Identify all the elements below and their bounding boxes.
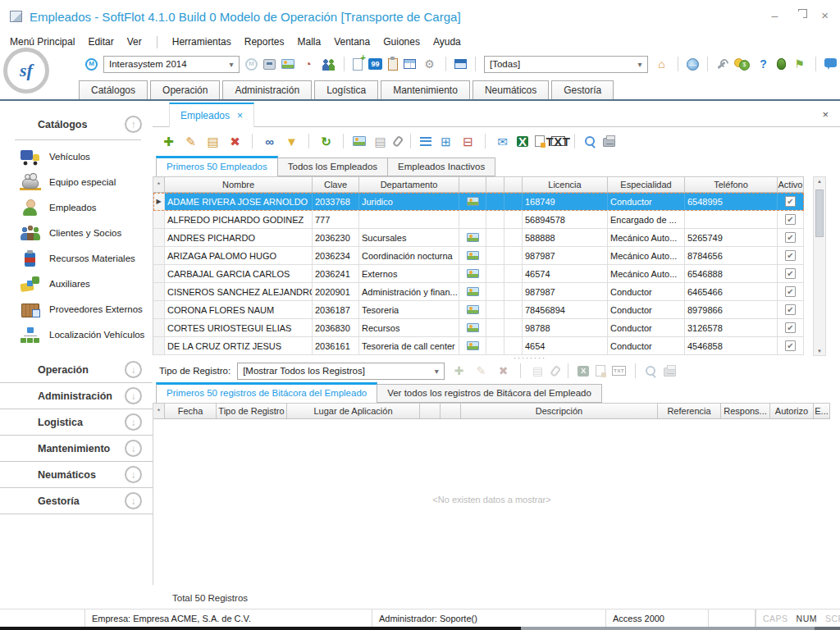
paste-icon[interactable]: ▤ <box>530 363 546 378</box>
print-icon[interactable] <box>664 368 676 377</box>
menu-ventana[interactable]: Ventana <box>334 36 370 48</box>
column-header[interactable] <box>459 177 486 192</box>
binoculars-search-icon[interactable]: ∞ <box>262 134 277 148</box>
column-header[interactable] <box>504 177 523 192</box>
column-header-clave[interactable]: Clave <box>313 177 359 192</box>
print-icon[interactable] <box>603 138 615 147</box>
clipboard-icon[interactable] <box>388 58 398 71</box>
column-header-licencia[interactable]: Licencia <box>523 177 608 192</box>
tab-empleados-inactivos[interactable]: Empleados Inactivos <box>388 158 495 176</box>
panel-close-icon[interactable]: × <box>822 108 829 121</box>
table-row[interactable]: CISNEROS SANCHEZ ALEJANDRO2020901Adminis… <box>153 283 804 301</box>
column-header-fecha[interactable]: Fecha <box>165 404 217 418</box>
sidebar-item-empleados[interactable]: Empleados <box>0 194 153 220</box>
table-row[interactable]: ALFREDO PICHARDO GODINEZ77756894578Encar… <box>153 211 804 229</box>
print-preview-icon[interactable] <box>645 365 657 377</box>
column-header-e[interactable]: E... <box>814 404 830 418</box>
mail-icon[interactable]: ✉ <box>495 134 510 148</box>
sidebar-item-veh-culos[interactable]: Vehículos <box>0 144 153 169</box>
chevron-down-icon[interactable]: ▾ <box>431 367 442 376</box>
scrollbar-thumb[interactable] <box>815 189 824 237</box>
column-header-activo[interactable]: Activo <box>778 177 804 192</box>
column-header[interactable] <box>420 404 441 418</box>
menu-editar[interactable]: Editar <box>88 36 113 48</box>
users-icon[interactable] <box>322 58 336 71</box>
sidebar-section-gestor-a[interactable]: Gestoría <box>0 488 153 514</box>
active-checkbox[interactable]: ✔ <box>785 232 796 243</box>
menu-herramientas[interactable]: Herramientas <box>172 36 231 48</box>
sidebar-item-equipo-especial[interactable]: Equipo especial <box>0 169 153 194</box>
gear-icon[interactable]: ⚙ <box>422 57 437 71</box>
excel-export-icon[interactable]: X <box>517 136 528 147</box>
restore-icon[interactable] <box>796 11 803 19</box>
home-icon[interactable]: ⌂ <box>654 57 669 71</box>
sidebar-item-auxiliares[interactable]: Auxiliares <box>0 271 153 296</box>
menu-reportes[interactable]: Reportes <box>244 36 285 48</box>
tree-list-icon[interactable] <box>420 137 431 146</box>
txt-export-icon[interactable]: TXT <box>551 136 565 146</box>
menu-ver[interactable]: Ver <box>127 36 142 48</box>
tree-expand-icon[interactable]: ⊞ <box>438 134 454 148</box>
tab-primeros-50-registros-de-bit-cora-del-empleado[interactable]: Primeros 50 registros de Bitácora del Em… <box>156 382 377 403</box>
table-row[interactable]: ANDRES PICHARDO2036230Sucursales588888Me… <box>153 229 804 247</box>
active-checkbox[interactable]: ✔ <box>785 250 796 261</box>
tab-todos-los-empleados[interactable]: Todos los Empleados <box>278 158 388 176</box>
help-icon[interactable]: ? <box>756 57 771 71</box>
ribbon-tab-cat-logos[interactable]: Catálogos <box>79 80 148 99</box>
active-checkbox[interactable]: ✔ <box>785 268 796 279</box>
active-checkbox[interactable]: ✔ <box>785 340 796 351</box>
expand-down-icon[interactable] <box>125 466 142 483</box>
attachment-icon[interactable] <box>550 364 561 377</box>
company-combobox[interactable]: Interasystem 2014▾ <box>103 56 240 73</box>
chevron-down-icon[interactable]: ▾ <box>226 60 237 69</box>
sidebar-item-clientes-y-socios[interactable]: Clientes y Socios <box>0 220 153 245</box>
active-checkbox[interactable]: ✔ <box>785 304 796 315</box>
ribbon-tab-neum-ticos[interactable]: Neumáticos <box>472 80 549 99</box>
paste-icon[interactable]: ▤ <box>372 134 388 148</box>
ribbon-tab-log-stica[interactable]: Logística <box>314 80 378 99</box>
ribbon-tab-mantenimiento[interactable]: Mantenimiento <box>381 80 470 99</box>
column-header-tel-fono[interactable]: Teléfono <box>685 177 778 192</box>
attachment-icon[interactable] <box>392 135 404 147</box>
note-export-icon[interactable] <box>535 135 545 147</box>
column-header-departamento[interactable]: Departamento <box>359 177 459 192</box>
badge-99-icon[interactable]: 99 <box>368 58 382 70</box>
column-header[interactable]: * <box>153 177 165 192</box>
active-checkbox[interactable]: ✔ <box>785 214 796 225</box>
gauge-icon[interactable]: ◔ <box>300 57 316 71</box>
m-badge-icon[interactable]: M <box>85 58 98 71</box>
archive-box-icon[interactable] <box>263 59 276 70</box>
globe-icon[interactable] <box>687 58 699 71</box>
sidebar-item-proveedores-externos[interactable]: Proveedores Externos <box>0 296 153 322</box>
active-checkbox[interactable]: ✔ <box>785 286 796 297</box>
picture-icon[interactable] <box>353 136 366 146</box>
table-row[interactable]: ARIZAGA PALOMO HUGO2036234Coordinación n… <box>153 247 804 265</box>
sidebar-header[interactable]: Catálogos <box>0 116 153 133</box>
column-header-lugar-de-aplicaci-n[interactable]: Lugar de Aplicación <box>287 404 420 418</box>
chat-icon[interactable] <box>824 58 837 67</box>
sidebar-section-administraci-n[interactable]: Administración <box>0 383 153 409</box>
sidebar-section-mantenimiento[interactable]: Mantenimiento <box>0 436 153 462</box>
add-record-icon[interactable]: ✚ <box>451 363 467 378</box>
active-checkbox[interactable]: ✔ <box>785 196 796 207</box>
expand-down-icon[interactable] <box>125 440 142 457</box>
table-row[interactable]: CORTES URIOSTEGUI ELIAS2036830Recursos98… <box>153 319 804 337</box>
column-header-nombre[interactable]: Nombre <box>165 177 313 192</box>
tab-empleados[interactable]: Empleados× <box>169 103 254 127</box>
txt-export-icon[interactable]: TXT <box>612 366 626 376</box>
column-header[interactable] <box>486 177 504 192</box>
ribbon-tab-operaci-n[interactable]: Operación <box>150 80 220 99</box>
add-record-icon[interactable]: ✚ <box>161 134 176 148</box>
print-preview-icon[interactable] <box>584 135 596 148</box>
column-header-especialidad[interactable]: Especialidad <box>608 177 685 192</box>
tab-ver-todos-los-registros-de-bit-cora-del-empleado[interactable]: Ver todos los registros de Bitácora del … <box>377 384 602 403</box>
column-header-autorizo[interactable]: Autorizo <box>770 404 814 418</box>
table-row[interactable]: DE LA CRUZ ORTIZ JESUS2036161Tesoreria d… <box>153 337 804 355</box>
m-badge-disabled-icon[interactable]: M <box>245 58 258 71</box>
data-rows-icon[interactable]: ▤ <box>205 134 221 148</box>
expand-down-icon[interactable] <box>125 413 142 431</box>
close-icon[interactable]: × <box>237 110 243 121</box>
sidebar-section-neum-ticos[interactable]: Neumáticos <box>0 462 153 488</box>
sidebar-section-operaci-n[interactable]: Operación <box>0 357 153 383</box>
todas-combobox[interactable]: [Todas]▾ <box>484 56 648 73</box>
